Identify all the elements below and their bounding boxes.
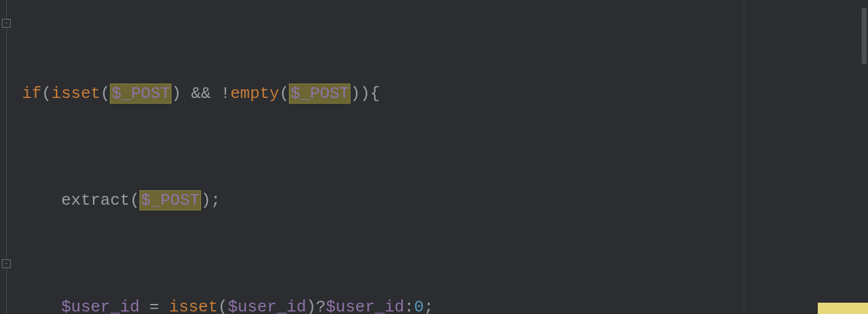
var-post: $_POST <box>289 84 350 104</box>
fold-toggle-bottom[interactable]: - <box>2 259 11 268</box>
number: 0 <box>414 298 424 315</box>
punct: ( <box>279 84 290 103</box>
var: $user_id <box>61 298 139 315</box>
var-post: $_POST <box>139 190 201 210</box>
keyword-empty: empty <box>231 84 279 103</box>
keyword-isset: isset <box>52 84 100 103</box>
punct: )? <box>307 298 326 315</box>
keyword-if: if <box>22 84 41 103</box>
fn-extract: extract <box>61 191 129 210</box>
minimap-highlight <box>818 303 868 314</box>
code-line[interactable]: extract($_POST); <box>22 187 868 214</box>
code-line[interactable]: $user_id = isset($user_id)?$user_id:0; <box>22 294 868 315</box>
punct: )){ <box>350 84 380 103</box>
punct: ; <box>424 298 434 315</box>
keyword-isset: isset <box>169 298 218 315</box>
code-area[interactable]: if(isset($_POST) && !empty($_POST)){ ext… <box>14 0 868 314</box>
punct: ) && ! <box>171 84 231 103</box>
code-line[interactable]: if(isset($_POST) && !empty($_POST)){ <box>22 80 868 107</box>
punct: ( <box>130 191 140 210</box>
code-editor[interactable]: - - if(isset($_POST) && !empty($_POST)){… <box>0 0 868 314</box>
var: $user_id <box>326 298 404 315</box>
fold-toggle-top[interactable]: - <box>2 19 11 28</box>
punct: ( <box>41 84 52 103</box>
var-post: $_POST <box>110 84 171 104</box>
punct: ( <box>100 84 111 103</box>
punct: ( <box>218 298 228 315</box>
scrollbar-vertical[interactable] <box>862 8 867 64</box>
gutter: - - <box>0 0 14 314</box>
var: $user_id <box>228 298 307 315</box>
right-margin-line <box>744 0 744 314</box>
op: : <box>404 298 415 315</box>
punct: ); <box>201 191 220 210</box>
op: = <box>139 298 169 315</box>
